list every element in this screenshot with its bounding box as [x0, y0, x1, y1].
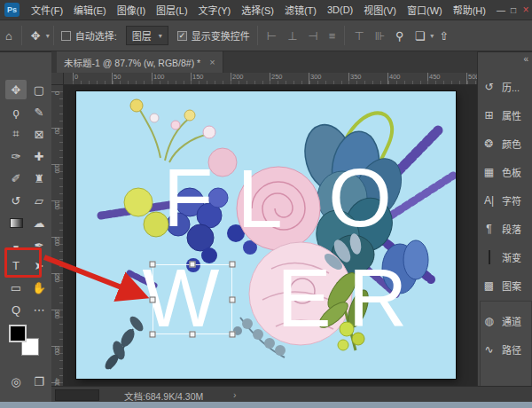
- gradient-swatch: [10, 218, 23, 228]
- quick-mask-icon[interactable]: ◎: [5, 372, 27, 391]
- document-title: 未标题-1 @ 87.7% (w, RGB/8#) *: [64, 56, 200, 69]
- home-icon[interactable]: ⌂: [0, 29, 18, 43]
- panel-tab-swatches[interactable]: ▦ 色板: [481, 162, 531, 182]
- auto-select-target-dropdown[interactable]: 图层 ▾: [126, 26, 168, 45]
- align-right-icon[interactable]: ⊣: [303, 29, 324, 43]
- maximize-button[interactable]: □: [507, 5, 520, 15]
- vertical-ruler[interactable]: 0 50 100 150 200 250 300 350 400: [51, 85, 64, 386]
- frame-tool[interactable]: ⊠: [28, 124, 50, 144]
- zoom-level-field[interactable]: [55, 389, 99, 401]
- ruler-corner: [51, 73, 64, 85]
- align-top-icon[interactable]: ⊤: [348, 29, 369, 43]
- eraser-tool[interactable]: ▱: [28, 191, 50, 210]
- history-icon: ↺: [481, 81, 497, 93]
- menu-filter[interactable]: 滤镜(T): [279, 0, 322, 20]
- healing-brush-tool[interactable]: ✚: [28, 146, 50, 166]
- pasteboard[interactable]: F L O W E R: [64, 85, 477, 386]
- panel-tab-gradient[interactable]: 渐变: [481, 247, 531, 267]
- transform-handle-middle-right[interactable]: [230, 297, 236, 303]
- panel-tab-paragraph[interactable]: ¶ 段落: [481, 219, 531, 239]
- checkbox-checked-icon[interactable]: ✓: [177, 31, 187, 41]
- divider: [257, 26, 258, 45]
- panel-tab-channels[interactable]: ◍ 通道: [481, 311, 531, 331]
- menu-3d[interactable]: 3D(D): [322, 0, 358, 20]
- panel-tab-paths[interactable]: ∿ 路径: [481, 340, 531, 359]
- panel-tab-properties[interactable]: ⊞ 属性: [481, 106, 531, 125]
- gradient-tool[interactable]: [5, 213, 27, 232]
- window-controls: — □ ×: [495, 4, 532, 16]
- photoshop-window: Ps 文件(F) 编辑(E) 图像(I) 图层(L) 文字(Y) 选择(S) 滤…: [0, 0, 532, 408]
- paragraph-icon: ¶: [481, 223, 497, 235]
- collapse-panels-icon[interactable]: «: [523, 54, 528, 64]
- align-center-icon[interactable]: ⊥: [282, 29, 302, 43]
- marquee-tool[interactable]: ▢: [28, 80, 50, 99]
- foreground-color-swatch[interactable]: [9, 325, 27, 342]
- search-icon[interactable]: ⚲: [390, 29, 410, 43]
- smudge-tool[interactable]: ☁: [28, 213, 50, 232]
- panel-tab-pattern[interactable]: ▩ 图案: [481, 276, 531, 295]
- share-icon[interactable]: ⇧: [434, 29, 454, 43]
- transform-handle-middle-left[interactable]: [150, 297, 156, 303]
- panel-tab-history[interactable]: ↺ 历...: [481, 77, 531, 97]
- close-button[interactable]: ×: [520, 4, 532, 16]
- horizontal-ruler[interactable]: 0 50 100 150 200 250 300 350 400 450 500: [64, 73, 477, 85]
- auto-select-checkbox[interactable]: 自动选择:: [58, 28, 121, 43]
- tab-close-icon[interactable]: ×: [209, 57, 215, 67]
- move-tool-preset-icon[interactable]: ✥: [26, 29, 46, 43]
- shape-tool[interactable]: ▭: [5, 278, 27, 297]
- canvas-letter: F: [163, 157, 213, 239]
- move-tool[interactable]: ✥: [5, 80, 27, 99]
- transform-handle-top-right[interactable]: [230, 262, 236, 268]
- tool-panel: ✥ ▢ ϙ ✎ ⌗ ⊠ ✑ ✚ ✐ ♜ ↺ ▱ ☁ ◒ ✒ T ➤ ▭ ✋ Q …: [0, 51, 51, 402]
- canvas-letter: O: [328, 157, 392, 239]
- panel-tab-character[interactable]: A| 字符: [481, 191, 531, 210]
- chevron-down-icon[interactable]: ▾: [46, 32, 50, 40]
- status-chevron-icon[interactable]: ›: [233, 389, 237, 400]
- menu-file[interactable]: 文件(F): [26, 0, 68, 20]
- hand-tool[interactable]: ✋: [28, 278, 50, 297]
- divider: [53, 26, 54, 45]
- lasso-tool[interactable]: ϙ: [5, 102, 27, 122]
- menu-select[interactable]: 选择(S): [236, 0, 279, 20]
- menu-window[interactable]: 窗口(W): [402, 0, 448, 20]
- crop-tool[interactable]: ⌗: [5, 124, 27, 144]
- screen-mode-icon[interactable]: ❐: [28, 372, 50, 391]
- panel-tab-color[interactable]: ❂ 颜色: [481, 134, 531, 153]
- show-transform-checkbox[interactable]: ✓ 显示变换控件: [174, 28, 254, 43]
- clone-stamp-tool[interactable]: ♜: [28, 169, 50, 188]
- canvas-letter: R: [348, 257, 407, 339]
- eyedropper-tool[interactable]: ✑: [5, 146, 27, 166]
- brush-tool[interactable]: ✐: [5, 169, 27, 188]
- menu-image[interactable]: 图像(I): [112, 0, 151, 20]
- transform-handle-top-center[interactable]: [190, 262, 196, 268]
- distribute-vertical-icon[interactable]: ⊪: [370, 29, 390, 43]
- align-left-icon[interactable]: ⊢: [262, 29, 282, 43]
- transform-bounding-box[interactable]: [153, 264, 232, 334]
- zoom-tool[interactable]: Q: [5, 300, 27, 319]
- menu-view[interactable]: 视图(V): [358, 0, 402, 20]
- transform-handle-bottom-right[interactable]: [230, 332, 236, 338]
- menu-layer[interactable]: 图层(L): [151, 0, 192, 20]
- menu-type[interactable]: 文字(Y): [193, 0, 237, 20]
- paths-icon: ∿: [481, 343, 497, 356]
- transform-handle-top-left[interactable]: [150, 262, 156, 268]
- canvas-letter: L: [237, 158, 282, 239]
- show-transform-label: 显示变换控件: [192, 28, 250, 43]
- transform-handle-bottom-left[interactable]: [150, 332, 156, 338]
- distribute-icon[interactable]: ≡: [324, 29, 341, 43]
- quick-selection-tool[interactable]: ✎: [28, 102, 50, 122]
- photoshop-logo[interactable]: Ps: [4, 3, 20, 17]
- divider: [344, 26, 345, 45]
- minimize-button[interactable]: —: [495, 5, 507, 15]
- checkbox-icon[interactable]: [61, 31, 71, 41]
- menu-edit[interactable]: 编辑(E): [68, 0, 112, 20]
- workspace-icon[interactable]: ❏: [410, 29, 431, 43]
- edit-toolbar-icon[interactable]: ⋯: [28, 300, 50, 319]
- history-brush-tool[interactable]: ↺: [5, 191, 27, 210]
- document-canvas[interactable]: F L O W E R: [76, 91, 456, 379]
- menu-help[interactable]: 帮助(H): [448, 0, 491, 20]
- document-tab[interactable]: 未标题-1 @ 87.7% (w, RGB/8#) * ×: [57, 51, 223, 73]
- swatches-icon: ▦: [481, 166, 497, 178]
- transform-handle-bottom-center[interactable]: [190, 332, 196, 338]
- options-bar: ⌂ ✥ ▾ 自动选择: 图层 ▾ ✓ 显示变换控件 ⊢ ⊥ ⊣ ≡ ⊤ ⊪ ⚲ …: [0, 20, 532, 51]
